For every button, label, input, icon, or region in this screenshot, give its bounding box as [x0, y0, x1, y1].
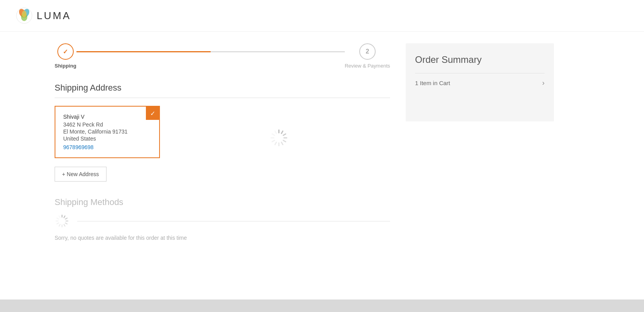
shipping-methods-heading: Shipping Methods	[55, 197, 390, 207]
loading-spinner-main: .spinner-rotate { animation: rotate 1s l…	[269, 128, 289, 148]
svg-line-18	[64, 216, 65, 218]
no-quotes-message: Sorry, no quotes are available for this …	[55, 235, 390, 241]
svg-line-21	[66, 223, 67, 224]
address-card-selected[interactable]: ✓ Shivaji V 3462 N Peck Rd El Monte, Cal…	[55, 106, 160, 158]
shipping-methods-loading	[55, 214, 390, 228]
svg-line-10	[282, 142, 283, 144]
step-2-label: Review & Payments	[345, 63, 390, 69]
loading-spinner-shipping	[55, 214, 69, 228]
content-area: ✓ Shipping 2 Review & Payments Shipp	[55, 43, 390, 288]
order-summary-title: Order Summary	[415, 54, 545, 65]
main-layout: ✓ Shipping 2 Review & Payments Shipp	[0, 32, 644, 300]
step-1-container: ✓ Shipping	[55, 43, 76, 69]
step-2-circle: 2	[359, 43, 376, 60]
new-address-button[interactable]: + New Address	[55, 167, 106, 182]
svg-line-19	[66, 218, 67, 219]
step-line-fill	[76, 51, 211, 52]
step-connector	[76, 51, 345, 52]
svg-line-16	[275, 131, 277, 134]
step-2-number: 2	[365, 48, 369, 55]
footer	[0, 300, 644, 312]
svg-line-13	[272, 141, 275, 142]
step-1-label: Shipping	[55, 63, 76, 69]
step-1-circle: ✓	[57, 43, 74, 60]
header: LUMA	[0, 0, 644, 32]
address-cards: ✓ Shivaji V 3462 N Peck Rd El Monte, Cal…	[55, 106, 390, 158]
svg-line-6	[282, 131, 283, 134]
step-1-check-icon: ✓	[63, 48, 68, 55]
items-in-cart-label: 1 Item in Cart	[415, 80, 450, 86]
address-phone: 9678969698	[63, 144, 151, 150]
address-name: Shivaji V	[63, 114, 151, 120]
shipping-address-heading: Shipping Address	[55, 83, 390, 98]
svg-line-9	[283, 141, 286, 142]
svg-line-12	[275, 142, 277, 144]
logo-text: LUMA	[37, 10, 71, 22]
address-country: United States	[63, 135, 151, 142]
order-summary-box: Order Summary 1 Item in Cart ›	[406, 43, 554, 121]
page-wrapper: LUMA ✓ Shipping	[0, 0, 644, 312]
svg-line-24	[59, 225, 60, 226]
order-summary-items-row: 1 Item in Cart ›	[415, 73, 545, 87]
progress-steps: ✓ Shipping 2 Review & Payments	[55, 43, 390, 69]
logo: LUMA	[16, 7, 628, 24]
step-2-container: 2 Review & Payments	[345, 43, 390, 69]
logo-icon	[16, 7, 33, 24]
address-line-2: El Monte, California 91731	[63, 128, 151, 135]
svg-line-27	[57, 218, 59, 219]
svg-point-4	[22, 11, 27, 18]
svg-line-7	[283, 134, 286, 135]
address-line-1: 3462 N Peck Rd	[63, 121, 151, 128]
svg-line-28	[59, 216, 60, 218]
expand-icon[interactable]: ›	[542, 79, 545, 87]
address-check-badge: ✓	[146, 107, 159, 120]
svg-line-25	[57, 223, 59, 224]
loading-area: .spinner-rotate { animation: rotate 1s l…	[168, 118, 390, 158]
sidebar: Order Summary 1 Item in Cart ›	[406, 43, 554, 288]
svg-line-15	[272, 134, 275, 135]
svg-line-22	[64, 225, 65, 226]
